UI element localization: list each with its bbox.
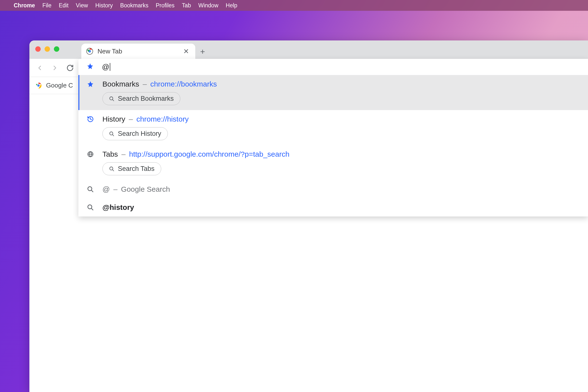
window-minimize-icon[interactable] xyxy=(45,46,50,52)
dash: – xyxy=(120,150,127,158)
menubar-item-window[interactable]: Window xyxy=(198,2,218,9)
omnibox-text: @ xyxy=(102,63,109,71)
omnibox-suggestion-bookmarks[interactable]: Bookmarks – chrome://bookmarks Search Bo… xyxy=(78,75,588,110)
tabstrip: New Tab ✕ + xyxy=(29,40,588,59)
svg-line-13 xyxy=(91,190,93,192)
omnibox-suggestion-tabs[interactable]: Tabs – http://support.google.com/chrome/… xyxy=(78,145,588,180)
omnibox-suggestion-google-search[interactable]: @ – Google Search xyxy=(78,180,588,198)
chip-label: Search History xyxy=(118,130,161,138)
chrome-logo-icon xyxy=(35,82,42,89)
macos-menubar: Chrome File Edit View History Bookmarks … xyxy=(0,0,588,11)
chip-label: Search Tabs xyxy=(118,165,155,172)
menubar-item-tab[interactable]: Tab xyxy=(182,2,191,9)
suggestion-desc: Google Search xyxy=(121,185,170,193)
tab-title: New Tab xyxy=(97,48,179,55)
omnibox-input[interactable]: @ xyxy=(78,59,588,75)
menubar-item-profiles[interactable]: Profiles xyxy=(156,2,175,9)
window-close-icon[interactable] xyxy=(35,46,41,52)
menubar-item-history[interactable]: History xyxy=(95,2,113,9)
menubar-item-help[interactable]: Help xyxy=(226,2,237,9)
menubar-item-edit[interactable]: Edit xyxy=(59,2,69,9)
bookmark-bar-item[interactable]: Google C xyxy=(46,82,73,89)
menubar-app-name[interactable]: Chrome xyxy=(14,2,35,9)
search-bookmarks-chip[interactable]: Search Bookmarks xyxy=(102,92,180,105)
suggestion-title: @ xyxy=(102,185,110,193)
svg-line-11 xyxy=(112,170,114,171)
menubar-item-bookmarks[interactable]: Bookmarks xyxy=(120,2,148,9)
chrome-logo-icon xyxy=(86,48,93,55)
suggestion-url: http://support.google.com/chrome/?p=tab_… xyxy=(129,150,290,158)
dash: – xyxy=(112,185,119,193)
tab-close-icon[interactable]: ✕ xyxy=(183,47,189,56)
dash: – xyxy=(127,115,134,123)
search-icon xyxy=(87,186,94,193)
history-icon xyxy=(87,116,94,122)
svg-line-8 xyxy=(112,134,114,136)
menubar-item-file[interactable]: File xyxy=(42,2,51,9)
suggestion-title: Bookmarks xyxy=(102,80,139,88)
window-zoom-icon[interactable] xyxy=(54,46,59,52)
text-cursor xyxy=(110,63,110,71)
search-tabs-chip[interactable]: Search Tabs xyxy=(102,162,161,175)
svg-line-6 xyxy=(112,99,114,101)
chip-label: Search Bookmarks xyxy=(118,95,174,102)
browser-tab[interactable]: New Tab ✕ xyxy=(81,44,195,59)
suggestion-url: chrome://history xyxy=(136,115,189,123)
star-icon xyxy=(87,81,94,88)
forward-button[interactable] xyxy=(50,63,60,73)
globe-icon xyxy=(87,151,94,158)
suggestion-title: @history xyxy=(102,203,134,211)
suggestion-title: History xyxy=(102,115,125,123)
search-icon xyxy=(87,204,94,211)
omnibox-suggestion-at-history[interactable]: @history xyxy=(78,198,588,216)
suggestion-title: Tabs xyxy=(102,150,118,158)
back-button[interactable] xyxy=(35,63,45,73)
new-tab-button[interactable]: + xyxy=(195,44,210,59)
traffic-lights xyxy=(35,46,59,52)
star-icon xyxy=(87,63,94,71)
svg-line-15 xyxy=(91,208,93,210)
reload-button[interactable] xyxy=(65,63,75,73)
chrome-window: New Tab ✕ + Google C @ xyxy=(29,40,588,392)
suggestion-url: chrome://bookmarks xyxy=(150,80,217,88)
omnibox-suggestion-history[interactable]: History – chrome://history Search Histor… xyxy=(78,110,588,145)
menubar-item-view[interactable]: View xyxy=(76,2,88,9)
omnibox-panel: @ Bookmarks – chrome://bookmarks Search … xyxy=(78,59,588,216)
search-history-chip[interactable]: Search History xyxy=(102,127,168,140)
dash: – xyxy=(141,80,148,88)
